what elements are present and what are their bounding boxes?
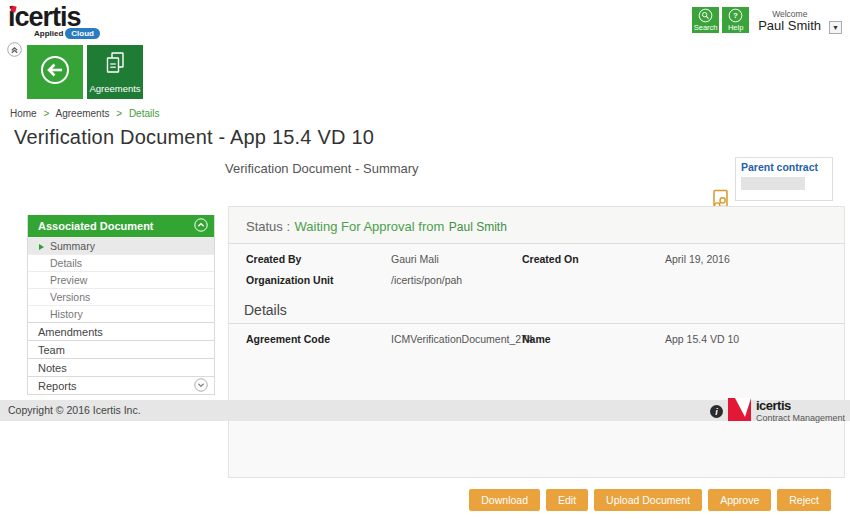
sidebar-section-associated-document[interactable]: Associated Document [28,215,214,237]
sidebar-item-details[interactable]: Details [28,254,214,271]
page-title: Verification Document - App 15.4 VD 10 [14,126,374,149]
sidebar-item-label: Preview [50,274,87,286]
summary-panel: Status : Waiting For Approval from Paul … [228,206,845,478]
breadcrumb-separator: > [43,108,49,119]
sidebar-item-versions[interactable]: Versions [28,288,214,305]
chevron-up-circle-icon[interactable] [194,218,208,234]
created-by-label: Created By [246,253,391,265]
user-menu-dropdown[interactable]: ▼ [829,21,842,34]
reject-button[interactable]: Reject [777,489,831,511]
agreement-code-value: ICMVerificationDocument_274 [391,333,522,345]
action-buttons: Download Edit Upload Document Approve Re… [469,489,831,511]
logo-text: icertis [8,2,81,32]
status-approver-name: Paul Smith [449,220,507,234]
footer-logo-subtitle: Contract Management [756,412,845,424]
sidebar-item-preview[interactable]: Preview [28,271,214,288]
sidebar-item-label: Notes [38,362,208,374]
breadcrumb-details: Details [129,108,160,119]
welcome-block: Welcome Paul Smith [758,9,821,33]
app-header: icertis Applied Cloud Search ? Help [0,0,850,42]
copyright-text: Copyright © 2016 Icertis Inc. [8,404,141,416]
parent-contract-placeholder [741,177,805,190]
sidebar-item-history[interactable]: History [28,305,214,322]
header-right: Search ? Help Welcome Paul Smith ▼ [692,7,842,34]
collapse-ribbon-button[interactable] [7,42,22,61]
footer: Copyright © 2016 Icertis Inc. i icertis … [0,400,850,421]
icertis-logo[interactable]: icertis Applied Cloud [8,4,100,39]
logo-wordmark: icertis [8,4,100,30]
sidebar-item-label: Versions [50,291,90,303]
info-icon[interactable]: i [710,405,723,418]
approve-button[interactable]: Approve [708,489,771,511]
sidebar-item-team[interactable]: Team [28,340,214,358]
organization-unit-value: /icertis/pon/pah [391,274,522,286]
help-icon: ? [728,8,743,23]
sidebar-item-summary[interactable]: Summary [28,237,214,254]
help-label: Help [728,24,743,32]
parent-contract-link[interactable]: Parent contract [741,161,827,173]
chevron-down-circle-icon[interactable] [194,378,208,394]
sidebar-item-label: Amendments [38,326,208,338]
created-on-value: April 19, 2016 [665,253,844,265]
sidebar-item-label: Details [50,257,82,269]
ribbon: Agreements [0,41,850,103]
agreements-tile-label: Agreements [89,83,140,94]
search-button[interactable]: Search [692,7,719,33]
sidebar-item-label: Team [38,344,208,356]
sidebar: Associated Document Summary Details Prev… [27,215,215,395]
status-row: Status : Waiting For Approval from Paul … [229,207,844,244]
details-section-heading: Details [229,292,844,324]
sidebar-item-label: Reports [38,380,194,392]
summary-fields: Created By Gauri Mali Created On April 1… [229,244,844,288]
page-subtitle: Verification Document - Summary [225,161,419,176]
help-button[interactable]: ? Help [722,7,749,33]
organization-unit-label: Organization Unit [246,274,391,286]
details-fields: Agreement Code ICMVerificationDocument_2… [229,324,844,347]
sidebar-item-notes[interactable]: Notes [28,358,214,376]
sidebar-section-label: Associated Document [38,220,194,232]
parent-contract-box: Parent contract [735,157,833,201]
agreements-tile[interactable]: Agreements [87,45,143,99]
status-label: Status : [246,219,290,234]
sidebar-item-label: History [50,308,83,320]
created-by-value: Gauri Mali [391,253,522,265]
edit-button[interactable]: Edit [546,489,588,511]
name-value: App 15.4 VD 10 [665,333,844,345]
sidebar-item-reports[interactable]: Reports [28,376,214,394]
back-button[interactable] [27,45,83,99]
agreements-documents-icon [102,51,128,81]
breadcrumb-separator: > [116,108,122,119]
created-on-label: Created On [522,253,665,265]
footer-logo-text: icertis Contract Management [756,400,845,424]
back-arrow-icon [39,54,71,90]
user-name: Paul Smith [758,19,821,33]
search-icon [698,8,713,23]
agreement-code-label: Agreement Code [246,333,391,345]
breadcrumb: Home > Agreements > Details [10,108,163,119]
download-button[interactable]: Download [469,489,540,511]
upload-document-button[interactable]: Upload Document [594,489,702,511]
breadcrumb-agreements[interactable]: Agreements [56,108,110,119]
search-label: Search [694,24,718,32]
svg-text:?: ? [733,11,738,20]
status-value: Waiting For Approval from [295,219,445,234]
name-label: Name [522,333,665,345]
footer-logo-wordmark: icertis [756,400,845,412]
breadcrumb-home[interactable]: Home [10,108,37,119]
icertis-logo-mark [728,398,751,425]
page: icertis Applied Cloud Search ? Help [0,0,850,519]
sidebar-item-amendments[interactable]: Amendments [28,322,214,340]
footer-logo-block: i icertis Contract Management [710,398,845,425]
sidebar-item-label: Summary [50,240,95,252]
